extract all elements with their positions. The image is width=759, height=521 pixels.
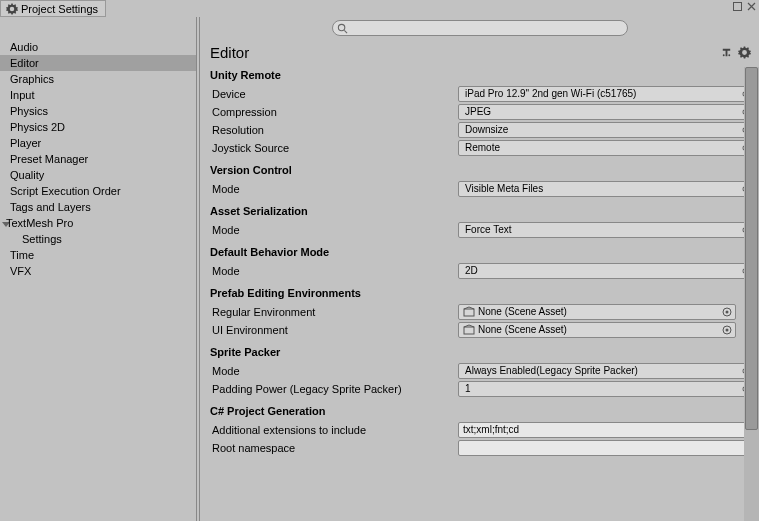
section-prefab-env: Prefab Editing Environments <box>210 287 757 299</box>
dropdown-sp-padding[interactable]: 1 <box>458 381 753 397</box>
row-resolution: Resolution Downsize <box>210 121 757 138</box>
gear-icon <box>6 3 18 15</box>
label-ui-env: UI Environment <box>210 324 458 336</box>
dropdown-vc-mode[interactable]: Visible Meta Files <box>458 181 753 197</box>
search-input[interactable] <box>350 23 623 34</box>
window-controls <box>731 0 757 12</box>
maximize-icon[interactable] <box>731 0 743 12</box>
row-sp-mode: Mode Always Enabled(Legacy Sprite Packer… <box>210 362 757 379</box>
content-area: Editor Unity Remote Device iPad Pro 12.9… <box>200 17 759 521</box>
row-regular-env: Regular Environment None (Scene Asset) <box>210 303 757 320</box>
objectfield-ui-env[interactable]: None (Scene Asset) <box>458 322 736 338</box>
input-cs-ext[interactable] <box>458 422 753 438</box>
label-as-mode: Mode <box>210 224 458 236</box>
object-picker-icon[interactable] <box>720 306 734 318</box>
sidebar-item-script-order[interactable]: Script Execution Order <box>0 183 196 199</box>
svg-point-1 <box>338 24 344 30</box>
label-regular-env: Regular Environment <box>210 306 458 318</box>
row-as-mode: Mode Force Text <box>210 221 757 238</box>
section-version-control: Version Control <box>210 164 757 176</box>
window-tab[interactable]: Project Settings <box>0 0 106 17</box>
sidebar-item-input[interactable]: Input <box>0 87 196 103</box>
label-cs-ext: Additional extensions to include <box>210 424 458 436</box>
label-sp-mode: Mode <box>210 365 458 377</box>
svg-point-3 <box>722 54 724 56</box>
svg-point-10 <box>726 328 729 331</box>
scrollbar-thumb[interactable] <box>745 67 758 430</box>
section-asset-serialization: Asset Serialization <box>210 205 757 217</box>
row-sp-padding: Padding Power (Legacy Sprite Packer) 1 <box>210 380 757 397</box>
settings-icon[interactable] <box>737 45 751 59</box>
searchbar[interactable] <box>332 20 628 36</box>
section-sprite-packer: Sprite Packer <box>210 346 757 358</box>
scrollbar[interactable] <box>744 67 759 521</box>
row-compression: Compression JPEG <box>210 103 757 120</box>
body: Audio Editor Graphics Input Physics Phys… <box>0 17 759 521</box>
section-csharp-gen: C# Project Generation <box>210 405 757 417</box>
dropdown-device[interactable]: iPad Pro 12.9" 2nd gen Wi-Fi (c51765) <box>458 86 753 102</box>
dropdown-sp-mode[interactable]: Always Enabled(Legacy Sprite Packer) <box>458 363 753 379</box>
row-ui-env: UI Environment None (Scene Asset) <box>210 321 757 338</box>
sidebar-item-quality[interactable]: Quality <box>0 167 196 183</box>
label-device: Device <box>210 88 458 100</box>
label-cs-rootns: Root namespace <box>210 442 458 454</box>
row-vc-mode: Mode Visible Meta Files <box>210 180 757 197</box>
dropdown-db-mode[interactable]: 2D <box>458 263 753 279</box>
sidebar-item-audio[interactable]: Audio <box>0 39 196 55</box>
sidebar-item-physics2d[interactable]: Physics 2D <box>0 119 196 135</box>
input-cs-rootns[interactable] <box>458 440 753 456</box>
svg-point-7 <box>726 310 729 313</box>
searchbar-row <box>200 17 759 39</box>
svg-point-4 <box>728 54 730 56</box>
dropdown-as-mode[interactable]: Force Text <box>458 222 753 238</box>
titlebar: Project Settings <box>0 0 759 17</box>
label-db-mode: Mode <box>210 265 458 277</box>
label-vc-mode: Mode <box>210 183 458 195</box>
sceneasset-icon <box>463 306 475 318</box>
section-default-behavior: Default Behavior Mode <box>210 246 757 258</box>
project-settings-window: Project Settings Audio Editor Graphics I… <box>0 0 759 521</box>
inspector-header: Editor <box>200 39 759 67</box>
svg-rect-8 <box>464 327 474 334</box>
search-icon <box>337 23 348 34</box>
svg-line-2 <box>344 30 347 33</box>
sceneasset-icon <box>463 324 475 336</box>
close-icon[interactable] <box>745 0 757 12</box>
svg-rect-5 <box>464 309 474 316</box>
sidebar-item-tags[interactable]: Tags and Layers <box>0 199 196 215</box>
dropdown-joystick[interactable]: Remote <box>458 140 753 156</box>
sidebar-item-editor[interactable]: Editor <box>0 55 196 71</box>
sidebar: Audio Editor Graphics Input Physics Phys… <box>0 17 196 521</box>
objectfield-regular-env[interactable]: None (Scene Asset) <box>458 304 736 320</box>
dropdown-compression[interactable]: JPEG <box>458 104 753 120</box>
sidebar-item-textmeshpro[interactable]: TextMesh Pro <box>0 215 196 231</box>
row-db-mode: Mode 2D <box>210 262 757 279</box>
label-joystick: Joystick Source <box>210 142 458 154</box>
row-cs-rootns: Root namespace <box>210 439 757 456</box>
window-title: Project Settings <box>21 3 98 15</box>
svg-rect-0 <box>733 2 741 10</box>
label-resolution: Resolution <box>210 124 458 136</box>
sidebar-item-time[interactable]: Time <box>0 247 196 263</box>
sidebar-item-graphics[interactable]: Graphics <box>0 71 196 87</box>
sidebar-item-player[interactable]: Player <box>0 135 196 151</box>
object-picker-icon[interactable] <box>720 324 734 336</box>
sidebar-item-tmp-settings[interactable]: Settings <box>0 231 196 247</box>
sidebar-item-preset[interactable]: Preset Manager <box>0 151 196 167</box>
label-compression: Compression <box>210 106 458 118</box>
sidebar-item-physics[interactable]: Physics <box>0 103 196 119</box>
row-joystick: Joystick Source Remote <box>210 139 757 156</box>
row-device: Device iPad Pro 12.9" 2nd gen Wi-Fi (c51… <box>210 85 757 102</box>
inspector-header-tools <box>719 45 751 59</box>
dropdown-resolution[interactable]: Downsize <box>458 122 753 138</box>
row-cs-ext: Additional extensions to include <box>210 421 757 438</box>
help-icon[interactable] <box>719 45 733 59</box>
scroll-pane[interactable]: Unity Remote Device iPad Pro 12.9" 2nd g… <box>200 67 759 521</box>
label-sp-padding: Padding Power (Legacy Sprite Packer) <box>210 383 458 395</box>
section-unity-remote: Unity Remote <box>210 69 757 81</box>
page-title: Editor <box>210 44 249 61</box>
sidebar-item-vfx[interactable]: VFX <box>0 263 196 279</box>
